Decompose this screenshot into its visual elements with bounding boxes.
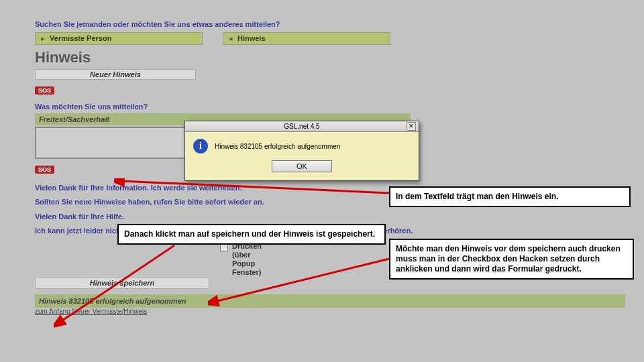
thanks-line: Vielen Dank für Ihre Hilfe. [35, 212, 623, 222]
new-hint-button[interactable]: Neuer Hinweis [35, 69, 196, 80]
arrow-to-textfield [114, 178, 396, 198]
annotation-2: Danach klickt man auf speichern und der … [117, 224, 386, 245]
dialog-titlebar: GSL.net 4.5 ✕ [185, 121, 419, 132]
dialog-message: Hinweis 832105 erfolgreich aufgenommen [215, 143, 340, 150]
tab-label: Hinweis [237, 34, 266, 42]
close-icon[interactable]: ✕ [407, 122, 416, 131]
svg-line-1 [60, 245, 174, 322]
sos-badge-2: SOS [35, 166, 54, 174]
arrow-to-checkbox [208, 255, 396, 308]
ok-button[interactable]: OK [272, 160, 332, 172]
tabs-row: ▸ Vermisste Person ◂ Hinweis [35, 32, 623, 45]
section-title: Hinweis [35, 49, 623, 66]
tab-label: Vermisste Person [50, 34, 111, 42]
sos-badge: SOS [35, 86, 54, 95]
annotation-1: In dem Textfeld trägt man den Hinweis ei… [389, 186, 631, 207]
ask-question: Was möchten Sie uns mitteilen? [35, 103, 623, 111]
header-question: Suchen Sie jemanden oder möchten Sie uns… [35, 20, 623, 28]
arrow-to-save [54, 241, 188, 328]
tab-missing-person[interactable]: ▸ Vermisste Person [35, 32, 203, 45]
dialog-title: GSL.net 4.5 [284, 123, 319, 130]
triangle-right-icon: ▸ [41, 34, 45, 42]
confirm-dialog: GSL.net 4.5 ✕ i Hinweis 832105 erfolgrei… [184, 121, 419, 181]
annotation-3: Möchte man den Hinweis vor dem speichern… [389, 239, 634, 280]
svg-line-2 [215, 259, 389, 302]
svg-line-0 [121, 181, 389, 193]
tab-hinweis[interactable]: ◂ Hinweis [223, 32, 390, 45]
info-icon: i [193, 139, 208, 154]
triangle-down-icon: ◂ [229, 34, 233, 42]
